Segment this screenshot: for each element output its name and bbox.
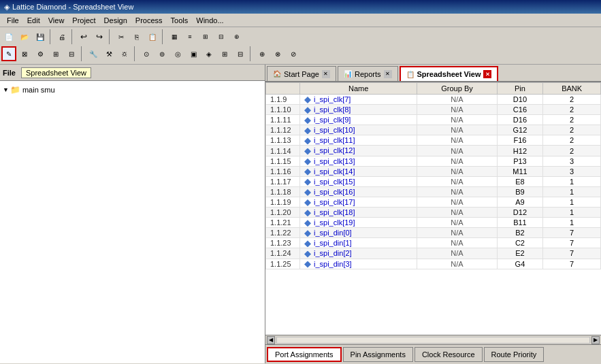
edit-icon-5[interactable]: ⊟ — [64, 46, 79, 61]
undo-button[interactable]: ↩ — [76, 29, 91, 44]
view-icon-4[interactable]: ▣ — [186, 46, 201, 61]
pin-icon — [304, 107, 311, 114]
sep3 — [109, 29, 112, 44]
tb-btn2[interactable]: ≡ — [182, 29, 197, 44]
paste-button[interactable]: 📋 — [145, 29, 160, 44]
bottom-tab-clock-resource[interactable]: Clock Resource — [415, 347, 483, 362]
hscroll-track[interactable] — [276, 337, 590, 344]
cell-bank: 3 — [543, 156, 601, 166]
view-icon-1[interactable]: ⊙ — [139, 46, 154, 61]
edit-icon-2[interactable]: ⊠ — [17, 46, 32, 61]
tb-btn1[interactable]: ▦ — [167, 29, 182, 44]
view-icon-3[interactable]: ◎ — [170, 46, 185, 61]
menu-edit[interactable]: Edit — [23, 15, 44, 26]
scroll-right-arrow[interactable]: ▶ — [591, 336, 600, 344]
hscroll-bar[interactable]: ◀ ▶ — [265, 335, 601, 344]
spreadsheet-container[interactable]: Name Group By Pin BANK 1.1.9i_spi_clk[7]… — [265, 82, 601, 335]
tab-reports[interactable]: 📊 Reports ✕ — [338, 66, 398, 81]
cell-bank: 3 — [543, 166, 601, 176]
table-row[interactable]: 1.1.15i_spi_clk[13]N/AP133 — [266, 156, 601, 166]
table-row[interactable]: 1.1.19i_spi_clk[17]N/AA91 — [266, 197, 601, 207]
spreadsheet-view-tooltip: Spreadsheet View — [21, 67, 91, 78]
extra-icon-3[interactable]: ⊘ — [286, 46, 301, 61]
menu-view[interactable]: View — [44, 15, 69, 26]
tree-root[interactable]: ▼ 📁 main smu — [3, 84, 262, 96]
open-button[interactable]: 📂 — [17, 29, 32, 44]
menu-process[interactable]: Process — [131, 15, 167, 26]
table-row[interactable]: 1.1.12i_spi_clk[10]N/AG122 — [266, 125, 601, 135]
toolbar-area: 📄 📂 💾 🖨 ↩ ↪ ✂ ⎘ 📋 ▦ ≡ ⊞ ⊟ ⊕ ✎ ⊠ ⚙ ⊞ ⊟ 🔧 … — [0, 27, 601, 65]
tree-root-label: main smu — [22, 86, 55, 94]
menu-file[interactable]: File — [3, 15, 23, 26]
menu-design[interactable]: Design — [100, 15, 131, 26]
table-row[interactable]: 1.1.21i_spi_clk[19]N/AB111 — [266, 218, 601, 228]
table-row[interactable]: 1.1.25i_spi_din[3]N/AG47 — [266, 259, 601, 269]
table-row[interactable]: 1.1.16i_spi_clk[14]N/AM113 — [266, 166, 601, 176]
pin-icon — [304, 220, 311, 227]
clock-resource-label: Clock Resource — [422, 350, 475, 359]
toolbar-row-1: 📄 📂 💾 🖨 ↩ ↪ ✂ ⎘ 📋 ▦ ≡ ⊞ ⊟ ⊕ — [1, 29, 600, 45]
new-button[interactable]: 📄 — [1, 29, 16, 44]
sep1 — [50, 29, 52, 44]
col-header-group[interactable]: Group By — [417, 83, 497, 95]
app-icon: ◈ — [4, 3, 10, 12]
view-icon-5[interactable]: ◈ — [201, 46, 216, 61]
tab-reports-close[interactable]: ✕ — [384, 70, 392, 78]
table-row[interactable]: 1.1.20i_spi_clk[18]N/AD121 — [266, 208, 601, 218]
cell-bank: 7 — [543, 238, 601, 248]
bottom-tab-pin-assignments[interactable]: Pin Assignments — [343, 347, 413, 362]
extra-icon-1[interactable]: ⊕ — [255, 46, 270, 61]
tool-icon-2[interactable]: ⚒ — [101, 46, 116, 61]
edit-icon-1[interactable]: ✎ — [1, 46, 16, 61]
table-row[interactable]: 1.1.18i_spi_clk[16]N/AB91 — [266, 186, 601, 197]
bottom-tab-route-priority[interactable]: Route Priority — [484, 347, 545, 362]
table-row[interactable]: 1.1.17i_spi_clk[15]N/AE81 — [266, 176, 601, 186]
toolbar-row-2: ✎ ⊠ ⚙ ⊞ ⊟ 🔧 ⚒ ⛭ ⊙ ⊚ ◎ ▣ ◈ ⊞ ⊟ ⊕ ⊗ ⊘ — [1, 46, 600, 62]
view-icon-6[interactable]: ⊞ — [217, 46, 232, 61]
menu-tools[interactable]: Tools — [167, 15, 193, 26]
view-icon-7[interactable]: ⊟ — [233, 46, 248, 61]
spreadsheet-table: Name Group By Pin BANK 1.1.9i_spi_clk[7]… — [265, 82, 601, 269]
tab-spreadsheet-close[interactable]: ✕ — [483, 70, 491, 78]
bottom-tab-port-assignments[interactable]: Port Assignments — [267, 347, 342, 362]
left-panel: File Spreadsheet View ▼ 📁 main smu — [0, 65, 265, 363]
cell-id: 1.1.15 — [266, 156, 300, 166]
cut-button[interactable]: ✂ — [114, 29, 129, 44]
table-row[interactable]: 1.1.22i_spi_din[0]N/AB27 — [266, 228, 601, 238]
print-button[interactable]: 🖨 — [54, 29, 69, 44]
table-row[interactable]: 1.1.14i_spi_clk[12]N/AH122 — [266, 146, 601, 156]
col-header-bank[interactable]: BANK — [543, 83, 601, 95]
save-button[interactable]: 💾 — [33, 29, 48, 44]
edit-icon-4[interactable]: ⊞ — [48, 46, 63, 61]
tb-btn5[interactable]: ⊕ — [229, 29, 244, 44]
menu-window[interactable]: Windo... — [192, 15, 227, 26]
view-icon-2[interactable]: ⊚ — [155, 46, 169, 61]
tab-start-page[interactable]: 🏠 Start Page ✕ — [267, 66, 336, 81]
col-header-name[interactable]: Name — [300, 83, 417, 95]
table-row[interactable]: 1.1.11i_spi_clk[9]N/AD162 — [266, 115, 601, 125]
copy-button[interactable]: ⎘ — [129, 29, 144, 44]
main-layout: File Spreadsheet View ▼ 📁 main smu 🏠 Sta… — [0, 65, 601, 363]
cell-pin: B11 — [497, 218, 543, 228]
pin-icon — [304, 230, 311, 237]
table-row[interactable]: 1.1.13i_spi_clk[11]N/AF162 — [266, 135, 601, 146]
edit-icon-3[interactable]: ⚙ — [33, 46, 48, 61]
table-row[interactable]: 1.1.23i_spi_din[1]N/AC27 — [266, 238, 601, 248]
cell-pin: E2 — [497, 248, 543, 259]
tool-icon-3[interactable]: ⛭ — [117, 46, 132, 61]
scroll-left-arrow[interactable]: ◀ — [267, 336, 275, 344]
table-row[interactable]: 1.1.9i_spi_clk[7]N/AD102 — [266, 95, 601, 105]
col-header-pin[interactable]: Pin — [497, 83, 543, 95]
tb-btn3[interactable]: ⊞ — [198, 29, 213, 44]
tb-btn4[interactable]: ⊟ — [214, 29, 229, 44]
table-row[interactable]: 1.1.24i_spi_din[2]N/AE27 — [266, 248, 601, 259]
tool-icon-1[interactable]: 🔧 — [86, 46, 101, 61]
redo-button[interactable]: ↪ — [92, 29, 107, 44]
tab-spreadsheet-view[interactable]: 📋 Spreadsheet View ✕ — [400, 66, 499, 81]
menu-project[interactable]: Project — [68, 15, 99, 26]
cell-pin: M11 — [497, 166, 543, 176]
tab-start-page-close[interactable]: ✕ — [322, 70, 330, 78]
table-row[interactable]: 1.1.10i_spi_clk[8]N/AC162 — [266, 105, 601, 115]
extra-icon-2[interactable]: ⊗ — [270, 46, 285, 61]
cell-name: i_spi_clk[13] — [300, 156, 417, 166]
